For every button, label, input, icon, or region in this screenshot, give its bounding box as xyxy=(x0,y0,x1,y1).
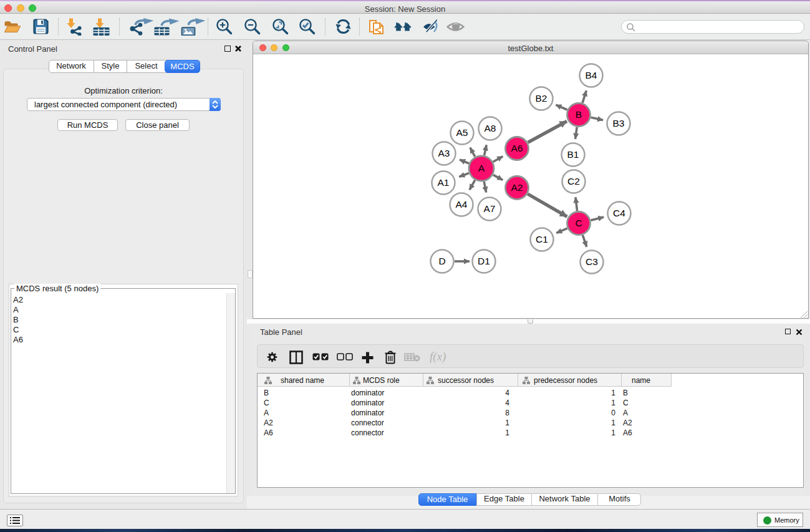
svg-text:B3: B3 xyxy=(613,118,625,128)
svg-text:A3: A3 xyxy=(438,148,450,158)
svg-text:A4: A4 xyxy=(456,199,468,210)
svg-text:C1: C1 xyxy=(536,234,548,244)
svg-text:C4: C4 xyxy=(613,208,625,218)
svg-text:D1: D1 xyxy=(478,256,490,266)
svg-text:A8: A8 xyxy=(485,123,496,133)
svg-text:A6: A6 xyxy=(511,143,523,153)
svg-text:A: A xyxy=(478,163,485,173)
svg-text:C2: C2 xyxy=(567,176,580,186)
svg-text:A2: A2 xyxy=(511,182,523,193)
svg-text:C3: C3 xyxy=(586,256,598,267)
svg-text:A5: A5 xyxy=(456,127,468,138)
svg-text:B2: B2 xyxy=(536,93,547,104)
svg-text:B: B xyxy=(576,109,582,120)
svg-text:D: D xyxy=(438,256,445,266)
svg-text:A1: A1 xyxy=(438,177,450,188)
svg-text:A7: A7 xyxy=(484,203,496,214)
svg-text:B4: B4 xyxy=(586,70,597,80)
svg-text:B1: B1 xyxy=(567,149,579,160)
svg-text:C: C xyxy=(575,218,582,228)
